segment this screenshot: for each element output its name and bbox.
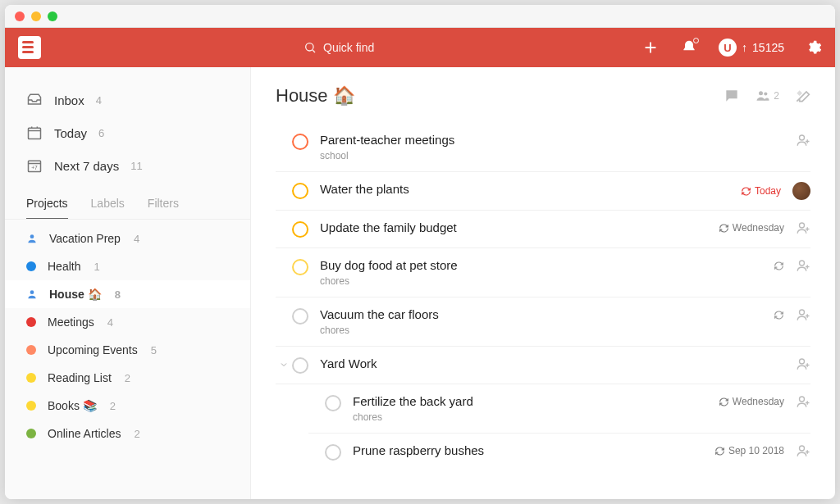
svg-point-11 (30, 234, 34, 238)
task-checkbox[interactable] (292, 308, 308, 325)
project-count: 2 (110, 400, 116, 412)
settings-button[interactable] (806, 39, 822, 56)
task-meta (796, 356, 810, 371)
tab-projects[interactable]: Projects (26, 197, 68, 219)
topbar-actions: U ↑ 15125 (641, 39, 822, 57)
project-item[interactable]: Reading List2 (5, 364, 250, 392)
task-row[interactable]: Yard Work (276, 347, 810, 384)
quick-add-button[interactable] (641, 39, 660, 57)
task-label: chores (353, 411, 719, 423)
assign-button[interactable] (796, 356, 810, 371)
project-item[interactable]: House 🏠8 (5, 280, 250, 308)
task-checkbox[interactable] (292, 221, 308, 238)
task-label: chores (320, 275, 774, 287)
task-checkbox[interactable] (292, 134, 308, 150)
task-row[interactable]: Buy dog food at pet storechores (276, 248, 810, 297)
project-count: 2 (125, 372, 130, 384)
calendar-today-icon (26, 125, 43, 141)
expand-spacer (276, 258, 292, 261)
assign-button[interactable] (796, 307, 810, 322)
sidebar: Inbox 4 Today 6 +7 Next 7 days 11 Projec… (5, 67, 251, 499)
task-due-date: Wednesday (719, 222, 784, 234)
tab-filters[interactable]: Filters (148, 197, 179, 219)
recurring-icon (774, 310, 784, 320)
task-body: Fertilize the back yardchores (353, 394, 719, 423)
share-count: 2 (774, 90, 779, 102)
app-logo[interactable] (18, 36, 41, 59)
sidebar-tabs: Projects Labels Filters (5, 182, 250, 220)
content-body: Inbox 4 Today 6 +7 Next 7 days 11 Projec… (5, 67, 835, 499)
assign-button[interactable] (796, 220, 810, 235)
project-actions: 2 (724, 88, 810, 104)
expand-spacer (276, 307, 292, 311)
task-row[interactable]: Vacuum the car floorschores (276, 297, 810, 347)
task-title: Water the plants (320, 182, 741, 196)
project-name: Health (48, 260, 80, 273)
project-item[interactable]: Vacation Prep4 (5, 225, 250, 252)
task-checkbox[interactable] (325, 395, 341, 411)
comments-button[interactable] (724, 88, 740, 104)
expand-toggle[interactable] (276, 356, 292, 370)
project-item[interactable]: Online Articles2 (5, 420, 250, 447)
shared-project-icon (26, 288, 38, 300)
karma-counter[interactable]: U ↑ 15125 (719, 39, 784, 57)
subtask-row[interactable]: Prune raspberry bushesSep 10 2018 (308, 434, 810, 470)
task-checkbox[interactable] (325, 444, 341, 461)
nav-next-7-days[interactable]: +7 Next 7 days 11 (5, 149, 250, 182)
task-body: Vacuum the car floorschores (320, 307, 774, 336)
task-meta (774, 258, 810, 273)
project-color-icon (26, 373, 36, 383)
task-checkbox[interactable] (292, 259, 308, 275)
project-item[interactable]: Upcoming Events5 (5, 336, 250, 364)
close-window-button[interactable] (15, 11, 25, 21)
minimize-window-button[interactable] (31, 11, 41, 21)
tab-labels[interactable]: Labels (91, 197, 125, 219)
project-name: Upcoming Events (48, 343, 138, 356)
expand-spacer (308, 443, 325, 447)
task-label: school (320, 150, 796, 161)
project-name: Reading List (48, 371, 112, 384)
assign-button[interactable] (796, 443, 810, 458)
task-row[interactable]: Parent-teacher meetingsschool (276, 123, 810, 172)
share-button[interactable]: 2 (755, 88, 779, 104)
main-panel: House 🏠 2 Parent-teacher meetingsschoolW… (251, 67, 835, 499)
task-body: Buy dog food at pet storechores (320, 258, 774, 287)
task-title: Parent-teacher meetings (320, 133, 796, 147)
karma-arrow-icon: ↑ (742, 41, 747, 54)
project-options-button[interactable] (794, 88, 810, 104)
subtask-row[interactable]: Fertilize the back yardchoresWednesday (308, 384, 810, 434)
project-item[interactable]: Meetings4 (5, 308, 250, 336)
project-color-icon (26, 317, 36, 327)
project-name: Online Articles (48, 427, 121, 440)
project-color-icon (26, 429, 36, 438)
expand-spacer (276, 182, 292, 185)
task-row[interactable]: Water the plantsToday (276, 172, 810, 211)
svg-point-30 (800, 397, 805, 402)
nav-inbox[interactable]: Inbox 4 (5, 84, 250, 116)
notifications-button[interactable] (681, 39, 697, 56)
project-count: 4 (134, 233, 139, 245)
task-row[interactable]: Update the family budgetWednesday (276, 211, 810, 248)
task-checkbox[interactable] (292, 357, 308, 374)
svg-point-33 (800, 446, 805, 451)
assignee-avatar[interactable] (792, 182, 810, 200)
svg-point-14 (765, 92, 768, 95)
assign-button[interactable] (796, 133, 810, 148)
task-meta: Sep 10 2018 (714, 443, 810, 458)
expand-spacer (276, 133, 292, 136)
assign-button[interactable] (796, 258, 810, 273)
assign-button[interactable] (796, 394, 810, 409)
task-checkbox[interactable] (292, 183, 308, 199)
project-name: Vacation Prep (49, 232, 121, 245)
project-color-icon (26, 261, 36, 271)
svg-point-18 (800, 223, 805, 228)
quick-find[interactable]: Quick find (304, 41, 374, 54)
task-label: chores (320, 325, 774, 336)
svg-point-15 (800, 135, 805, 140)
project-item[interactable]: Books 📚2 (5, 392, 250, 420)
nav-today[interactable]: Today 6 (5, 116, 250, 149)
maximize-window-button[interactable] (48, 11, 57, 21)
svg-point-0 (306, 43, 313, 51)
task-meta (774, 307, 810, 322)
project-item[interactable]: Health1 (5, 252, 250, 280)
